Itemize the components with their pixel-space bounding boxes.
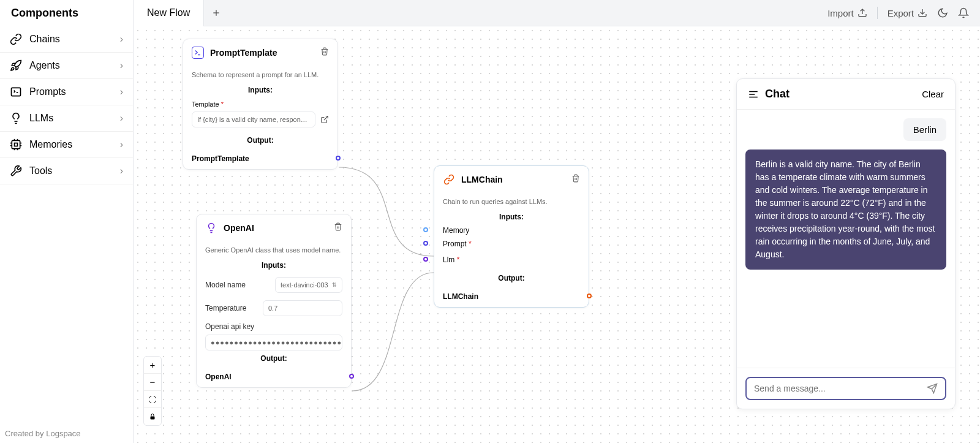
- tab-active[interactable]: New Flow: [134, 0, 204, 26]
- wrench-icon: [10, 165, 22, 177]
- bulb-icon: [10, 112, 22, 124]
- sidebar-item-agents[interactable]: Agents ›: [0, 53, 133, 79]
- delete-button[interactable]: [571, 174, 580, 185]
- output-name: PromptTemplate: [192, 154, 249, 163]
- sidebar-label: Agents: [29, 60, 60, 71]
- output-port[interactable]: [336, 156, 341, 161]
- tab-add-button[interactable]: [204, 8, 228, 18]
- terminal-icon: [192, 47, 204, 59]
- chat-panel: Chat Clear Berlin Berlin is a valid city…: [736, 78, 956, 409]
- external-link-icon[interactable]: [320, 115, 329, 124]
- maximize-icon: [149, 396, 156, 403]
- lock-button[interactable]: [144, 408, 161, 425]
- chevron-right-icon: ›: [120, 86, 123, 97]
- plus-icon: [211, 8, 221, 18]
- node-llmchain[interactable]: LLMChain Chain to run queries against LL…: [434, 165, 589, 308]
- terminal-icon: [10, 86, 22, 98]
- delete-button[interactable]: [320, 47, 329, 58]
- sidebar-label: Tools: [29, 165, 52, 176]
- output-label: Output:: [434, 270, 589, 286]
- apikey-input[interactable]: ●●●●●●●●●●●●●●●●●●●●●●●●●●●●●●●●●●●●●●●●: [205, 335, 342, 350]
- svg-rect-4: [12, 88, 21, 96]
- model-label: Model name: [205, 281, 246, 289]
- sidebar-label: Chains: [29, 34, 60, 45]
- export-label: Export: [888, 8, 914, 18]
- model-select[interactable]: text-davinci-003 ⇅: [275, 277, 342, 293]
- upload-icon: [858, 8, 867, 18]
- zoom-out-button[interactable]: −: [144, 374, 161, 391]
- node-description: Generic OpenAI class that uses model nam…: [197, 241, 351, 257]
- fit-view-button[interactable]: [144, 391, 161, 408]
- inputs-label: Inputs:: [183, 82, 337, 98]
- node-title: LLMChain: [461, 175, 503, 184]
- template-input[interactable]: If {city} is a valid city name, respond …: [192, 112, 315, 127]
- output-name: OpenAI: [205, 373, 232, 381]
- bulb-icon: [205, 222, 217, 234]
- svg-rect-18: [151, 417, 155, 420]
- sidebar-item-llms[interactable]: LLMs ›: [0, 105, 133, 132]
- export-button[interactable]: Export: [888, 8, 927, 18]
- chat-header: Chat Clear: [737, 79, 955, 110]
- input-port-memory[interactable]: [423, 227, 428, 232]
- chat-message-user: Berlin: [903, 118, 946, 141]
- temperature-label: Temperature: [205, 304, 246, 312]
- topbar-right: Import Export: [827, 7, 980, 19]
- top-bar: Components New Flow Import Export: [0, 0, 980, 26]
- node-prompttemplate[interactable]: PromptTemplate Schema to represent a pro…: [183, 39, 338, 170]
- bell-icon[interactable]: [958, 7, 969, 18]
- chevron-right-icon: ›: [120, 60, 123, 71]
- lock-icon: [149, 413, 156, 420]
- output-label: Output:: [197, 350, 351, 366]
- output-name: LLMChain: [443, 292, 478, 301]
- clear-button[interactable]: Clear: [922, 89, 944, 99]
- output-row: LLMChain: [434, 286, 589, 307]
- chevron-right-icon: ›: [120, 34, 123, 45]
- rocket-icon: [10, 59, 22, 72]
- sidebar-item-prompts[interactable]: Prompts ›: [0, 79, 133, 105]
- input-prompt: Prompt *: [434, 236, 589, 252]
- template-field-label: Template *: [192, 100, 329, 108]
- zoom-controls: + −: [143, 356, 162, 426]
- cpu-icon: [10, 138, 22, 151]
- import-button[interactable]: Import: [827, 8, 867, 18]
- import-label: Import: [827, 8, 854, 18]
- chat-title: Chat: [765, 88, 790, 100]
- node-description: Schema to represent a prompt for an LLM.: [183, 66, 337, 82]
- delete-button[interactable]: [334, 222, 342, 233]
- apikey-label: Openai api key: [205, 322, 342, 331]
- inputs-label: Inputs:: [197, 257, 351, 273]
- sidebar-item-tools[interactable]: Tools ›: [0, 158, 133, 184]
- input-port-llm[interactable]: [423, 257, 428, 262]
- sidebar-item-memories[interactable]: Memories ›: [0, 132, 133, 158]
- output-port[interactable]: [587, 293, 592, 298]
- inputs-label: Inputs:: [434, 209, 589, 225]
- chat-message-bot: Berlin is a valid city name. The city of…: [745, 150, 946, 270]
- sidebar-label: LLMs: [29, 113, 53, 124]
- download-icon: [918, 8, 927, 18]
- chat-body: Berlin Berlin is a valid city name. The …: [737, 110, 955, 368]
- node-description: Chain to run queries against LLMs.: [434, 193, 589, 209]
- footer-credit: Created by Logspace: [5, 429, 81, 438]
- chat-input[interactable]: [754, 384, 927, 393]
- tabs: New Flow: [134, 0, 228, 26]
- output-port[interactable]: [349, 374, 354, 379]
- chat-input-wrap: [737, 368, 955, 409]
- zoom-in-button[interactable]: +: [144, 357, 161, 374]
- input-port-prompt[interactable]: [423, 241, 428, 246]
- output-row: OpenAI: [197, 366, 351, 387]
- sidebar-item-chains[interactable]: Chains ›: [0, 26, 133, 53]
- sidebar-label: Prompts: [29, 86, 66, 97]
- link-icon: [443, 173, 455, 186]
- output-row: PromptTemplate: [183, 148, 337, 169]
- theme-toggle-icon[interactable]: [937, 7, 948, 18]
- menu-icon[interactable]: [748, 89, 759, 100]
- chevron-right-icon: ›: [120, 165, 123, 176]
- svg-rect-6: [12, 140, 20, 148]
- temperature-input[interactable]: 0.7: [263, 300, 342, 316]
- send-icon[interactable]: [927, 383, 938, 394]
- input-llm: Llm *: [434, 252, 589, 270]
- chat-input-container: [745, 377, 946, 400]
- node-openai[interactable]: OpenAI Generic OpenAI class that uses mo…: [196, 214, 352, 388]
- select-chevron-icon: ⇅: [332, 282, 337, 288]
- svg-line-17: [324, 116, 328, 120]
